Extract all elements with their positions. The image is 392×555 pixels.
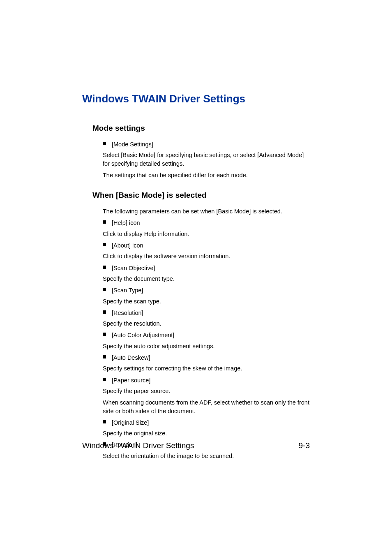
bullet-item: [About] icon <box>103 241 310 250</box>
bullet-text: [Original Size] <box>112 419 149 427</box>
body-text: Specify the scan type. <box>103 297 310 305</box>
body-text: Specify the paper source. <box>103 387 310 395</box>
bullet-square-icon <box>103 266 106 269</box>
bullet-item: [Resolution] <box>103 309 310 317</box>
mode-settings-section: Mode settings [Mode Settings] Select [Ba… <box>82 124 310 179</box>
page-content: Windows TWAIN Driver Settings Mode setti… <box>0 0 392 460</box>
bullet-item: [Help] icon <box>103 219 310 227</box>
footer-divider <box>82 436 310 436</box>
bullet-text: [Scan Objective] <box>112 264 155 272</box>
footer-title: Windows TWAIN Driver Settings <box>82 441 194 450</box>
bullet-item: [Auto Deskew] <box>103 354 310 362</box>
body-text: Specify the document type. <box>103 275 310 283</box>
bullet-square-icon <box>103 288 106 291</box>
bullet-item: [Scan Objective] <box>103 264 310 272</box>
body-text: Click to display Help information. <box>103 230 310 238</box>
bullet-square-icon <box>103 378 106 381</box>
bullet-square-icon <box>103 333 106 336</box>
body-text: Select [Basic Mode] for specifying basic… <box>103 151 310 168</box>
body-text: Click to display the software version in… <box>103 252 310 260</box>
main-heading: Windows TWAIN Driver Settings <box>82 92 310 105</box>
bullet-item: [Mode Settings] <box>103 140 310 148</box>
bullet-square-icon <box>103 220 106 224</box>
body-text: The following parameters can be set when… <box>103 207 310 215</box>
body-text: Specify settings for correcting the skew… <box>103 364 310 372</box>
bullet-square-icon <box>103 243 106 246</box>
body-text: Specify the resolution. <box>103 319 310 328</box>
body-text: When scanning documents from the ADF, se… <box>103 398 310 415</box>
basic-mode-heading: When [Basic Mode] is selected <box>92 191 310 200</box>
bullet-item: [Paper source] <box>103 376 310 384</box>
bullet-item: [Original Size] <box>103 419 310 427</box>
bullet-square-icon <box>103 310 106 314</box>
bullet-text: [Auto Color Adjustment] <box>112 331 174 339</box>
bullet-text: [Scan Type] <box>112 286 143 294</box>
bullet-text: [Mode Settings] <box>112 140 153 148</box>
mode-settings-heading: Mode settings <box>92 124 310 133</box>
footer-page-number: 9-3 <box>299 441 310 450</box>
body-text: The settings that can be specified diffe… <box>103 171 310 179</box>
footer-content: Windows TWAIN Driver Settings 9-3 <box>82 441 310 450</box>
bullet-text: [About] icon <box>112 241 143 250</box>
bullet-text: [Paper source] <box>112 376 150 384</box>
bullet-item: [Scan Type] <box>103 286 310 294</box>
bullet-text: [Auto Deskew] <box>112 354 150 362</box>
page-footer: Windows TWAIN Driver Settings 9-3 <box>82 436 310 450</box>
bullet-square-icon <box>103 142 106 145</box>
basic-mode-section: When [Basic Mode] is selected The follow… <box>82 191 310 460</box>
bullet-square-icon <box>103 420 106 423</box>
bullet-text: [Resolution] <box>112 309 143 317</box>
bullet-text: [Help] icon <box>112 219 140 227</box>
body-text: Specify the auto color adjustment settin… <box>103 342 310 350</box>
bullet-square-icon <box>103 355 106 358</box>
body-text: Select the orientation of the image to b… <box>103 452 310 460</box>
bullet-item: [Auto Color Adjustment] <box>103 331 310 339</box>
